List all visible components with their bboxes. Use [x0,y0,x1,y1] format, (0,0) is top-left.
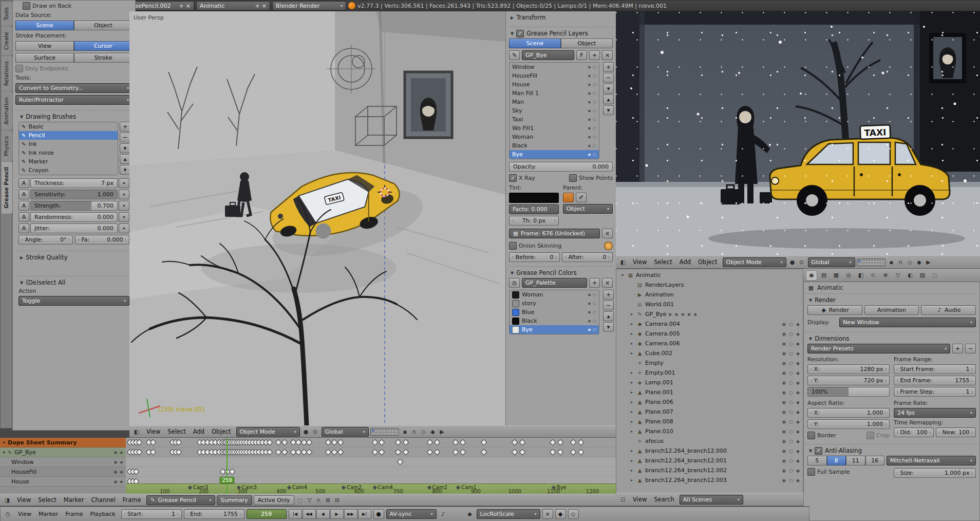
render-engine-select[interactable]: Blender Render [272,1,346,10]
outliner-item[interactable]: ▸ ◈ Lamp.001 ◉ ○ ◆ [618,378,801,387]
redo-panel-header[interactable]: ▼ (De)select All [18,277,129,288]
palette-icon[interactable]: ◎ [509,278,520,288]
keyframe-diamond[interactable] [577,439,584,446]
keyframe-diamond[interactable] [337,439,344,446]
expand-icon[interactable]: ▸ [629,312,634,317]
menu-item[interactable]: View [629,258,650,266]
keyframe-diamond[interactable] [434,439,440,446]
ghost-icon[interactable]: ◌ [296,496,305,505]
expand-icon[interactable]: ▸ [629,449,634,453]
animate-property-button[interactable]: • [119,178,129,188]
outliner-item[interactable]: ▸ ▲ Cube.002 ◉ ○ ◆ [618,348,801,358]
keyframe-diamond[interactable] [519,449,526,456]
menu-item[interactable]: View [143,428,164,435]
gp-color-item[interactable]: Black ▪ ○ [510,317,599,325]
expand-icon[interactable]: ▸ [629,410,634,414]
menu-item[interactable]: Channel [88,496,119,504]
menu-item[interactable]: Object [208,428,234,435]
channel-house[interactable]: House ◉ ▪ [0,477,126,487]
panel-collapse-icon[interactable]: ▶ [20,255,23,260]
channel-lock-icon[interactable]: ▪ [120,450,123,455]
color-hide-icon[interactable]: ○ [593,301,596,306]
unlink-palette-button[interactable]: × [602,278,613,288]
gp-datablock-name[interactable]: GP_Bye [522,50,574,60]
snap-magnet-icon[interactable]: ∩ [410,427,419,436]
add-preset-button[interactable]: + [952,344,963,353]
renderability-camera-icon[interactable]: ◆ [796,468,800,473]
selectability-icon[interactable]: ○ [789,400,793,405]
move-brush-up-button[interactable]: ▴ [120,154,130,164]
editor-type-icon[interactable]: ◧ [132,427,141,436]
outliner-item[interactable]: ▸ ▲ branch12.264_branch12.001 ◉ ○ ◆ [618,456,801,466]
tint-factor-slider[interactable]: Facto: 0.000 [509,204,559,214]
panel-collapse-icon[interactable]: ▶ [511,15,514,20]
crop-checkbox[interactable] [866,432,874,439]
transform-orientation-select[interactable]: Global [808,257,855,267]
shelf-tab-physics[interactable]: Physics [2,131,12,161]
active-only-toggle[interactable]: Active Only [254,495,294,505]
visibility-eye-icon[interactable]: ◉ [782,351,786,356]
gp-layer-item[interactable]: Wo Fill1 ▪ ○ [510,124,599,133]
selectability-icon[interactable]: ○ [789,351,793,356]
visibility-eye-icon[interactable]: ◉ [782,390,786,395]
menu-item[interactable]: Frame [62,511,86,517]
layer-hide-icon[interactable]: ○ [593,82,596,87]
new-gp-datablock-button[interactable]: + [589,50,600,60]
xray-checkbox[interactable] [509,174,517,182]
channel-window[interactable]: Window ◉ ▪ [0,457,126,467]
keying-set-icon[interactable]: ◆ [465,510,475,518]
copy-keyframes-icon[interactable]: ⊞ [324,496,333,505]
selectability-icon[interactable]: ○ [789,449,793,454]
timeline-marker[interactable]: Cam2 [342,485,362,490]
keyframe-lane-window[interactable] [126,457,616,467]
outliner-item[interactable]: ▸ ▲ branch12.264_branch12.000 ◉ ○ ◆ [618,446,801,456]
expand-icon[interactable]: ▸ [629,351,634,356]
shelf-tab-tools[interactable]: Tools [2,2,12,26]
keyframe-diamond[interactable] [395,439,402,446]
outliner-item[interactable]: ◎ World.001 ◉ ○ ◆ [618,300,801,309]
keyframe-diamond[interactable] [480,449,487,456]
brush-slider[interactable]: Sensitivity: 1.000 [30,190,118,199]
transform-panel-header[interactable]: ▶ Transform [509,12,613,23]
time-remap-old-field[interactable]: Old:100 [894,427,934,437]
selectability-icon[interactable]: ○ [789,380,793,385]
renderability-camera-icon[interactable]: ◆ [796,390,800,395]
gp-color-item[interactable]: Woman ▪ ○ [510,290,599,299]
keyframe-diamond[interactable] [331,439,337,446]
animate-property-button[interactable]: • [119,212,129,222]
add-layer-button[interactable]: + [603,62,614,72]
renderability-camera-icon[interactable]: ◆ [796,322,800,327]
outliner-item[interactable]: ▸ ✎ GP_Bye ● ● ● ● ● ◉ ○ ◆ [618,309,801,319]
move-color-up-button[interactable]: ▴ [603,311,614,321]
brush-specials-button[interactable]: ▾ [120,143,130,153]
expand-icon[interactable]: ▾ [3,450,5,455]
outliner-item[interactable]: ▸ ▲ Plane.010 ◉ ○ ◆ [618,426,801,436]
aa-sample-option[interactable]: 5 [807,456,827,466]
aa-sample-option[interactable]: 8 [827,456,846,466]
channel-lock-icon[interactable]: ▪ [120,460,123,464]
keyframe-diamond[interactable] [453,449,459,456]
visibility-eye-icon[interactable]: ◉ [782,341,786,346]
anti-aliasing-panel-header[interactable]: ▼ Anti-Aliasing [807,445,976,456]
animate-property-button[interactable]: • [119,190,129,199]
keyframe-diamond[interactable] [379,449,385,456]
add-scene-button[interactable]: + [255,3,260,9]
selectability-icon[interactable]: ○ [789,390,793,395]
menu-item[interactable]: Select [164,428,189,435]
pressure-toggle-icon[interactable]: A [18,212,29,222]
placement-option[interactable]: Stroke [74,53,133,63]
keyframe-diamond[interactable] [512,449,518,456]
outliner-item[interactable]: ▸ ◆ Camera.004 ◉ ○ ◆ [618,319,801,329]
color-lock-icon[interactable]: ▪ [588,310,591,314]
expand-icon[interactable]: ▸ [629,370,634,375]
window-with-face[interactable] [405,72,452,138]
current-frame-indicator[interactable]: 259 [227,438,228,495]
panel-collapse-icon[interactable]: ▼ [809,449,812,453]
keyframe-diamond[interactable] [570,439,576,446]
keyframe-diamond[interactable] [150,439,157,446]
menu-item[interactable]: Playback [86,511,119,517]
move-layer-down-button[interactable]: ▾ [603,105,614,115]
gp-layer-item[interactable]: Man ▪ ○ [510,98,599,106]
layer-lock-icon[interactable]: ▪ [588,143,591,148]
move-layer-up-button[interactable]: ▴ [603,95,614,104]
